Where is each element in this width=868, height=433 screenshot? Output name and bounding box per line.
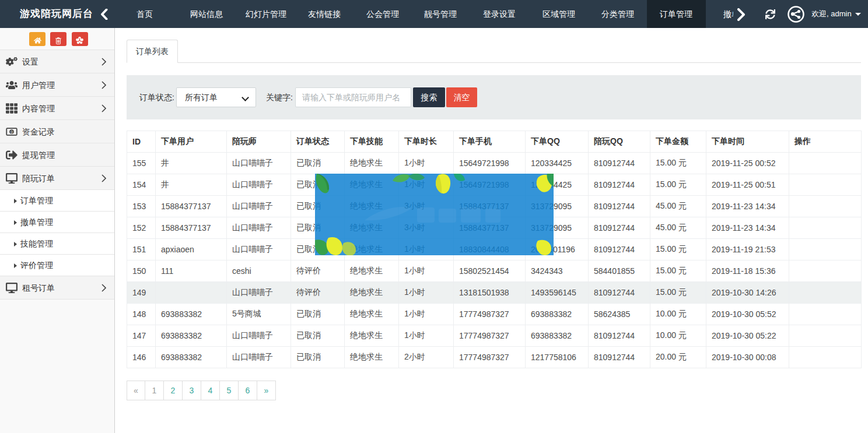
svg-text:0: 0 <box>10 130 13 134</box>
